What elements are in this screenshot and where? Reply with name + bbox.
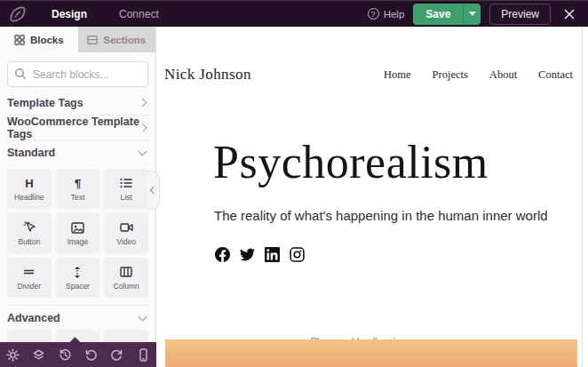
undo-icon[interactable] xyxy=(82,345,101,364)
settings-icon[interactable] xyxy=(4,345,23,364)
accordion-label: Standard xyxy=(7,147,55,159)
block-button[interactable]: Button xyxy=(7,213,52,253)
block-list[interactable]: List xyxy=(104,169,148,209)
divider-icon xyxy=(23,265,35,279)
search-container xyxy=(7,61,148,87)
mobile-preview-icon[interactable] xyxy=(133,345,153,364)
image-icon xyxy=(71,220,84,235)
chevron-left-icon xyxy=(150,187,157,194)
tab-blocks-label: Blocks xyxy=(30,35,64,45)
button-icon xyxy=(23,220,36,235)
block-spacer[interactable]: Spacer xyxy=(56,258,100,298)
column-icon xyxy=(120,265,132,279)
page-canvas: Nick Johnson Home Projects About Contact… xyxy=(156,27,583,367)
headline-icon: H xyxy=(25,176,33,190)
nav-projects[interactable]: Projects xyxy=(433,68,468,82)
text-icon: ¶ xyxy=(75,176,81,190)
layers-icon[interactable] xyxy=(29,345,49,364)
accordion-template-tags[interactable]: Template Tags xyxy=(7,91,148,116)
save-split-button: Save xyxy=(413,4,481,25)
search-input[interactable] xyxy=(7,61,148,87)
site-title[interactable]: Nick Johnson xyxy=(164,66,251,84)
history-icon[interactable] xyxy=(55,345,75,364)
site-nav: Home Projects About Contact xyxy=(384,68,573,82)
save-dropdown-button[interactable] xyxy=(463,4,481,25)
save-label: Save xyxy=(425,8,450,20)
facebook-icon[interactable] xyxy=(215,247,230,262)
list-icon xyxy=(120,176,132,190)
blocks-icon xyxy=(14,35,25,45)
accordion-advanced[interactable]: Advanced xyxy=(7,305,148,330)
top-bar: Design Connect ? Help Save Preview xyxy=(0,0,588,27)
tab-design[interactable]: Design xyxy=(36,1,103,28)
block-column[interactable]: Column xyxy=(104,258,148,298)
hero-subtitle[interactable]: The reality of what's happening in the h… xyxy=(214,208,548,223)
chevron-right-icon xyxy=(139,99,147,108)
nav-home[interactable]: Home xyxy=(384,68,411,82)
search-icon xyxy=(14,68,27,80)
sections-icon xyxy=(87,35,98,45)
tab-blocks[interactable]: Blocks xyxy=(0,27,78,52)
chevron-down-icon xyxy=(469,12,476,16)
tab-sections[interactable]: Sections xyxy=(78,27,156,52)
seedprod-builder: Design Connect ? Help Save Preview xyxy=(0,0,588,367)
standard-blocks-grid: H Headline ¶ Text List xyxy=(7,165,148,305)
redo-icon[interactable] xyxy=(107,345,127,364)
question-icon: ? xyxy=(368,8,379,20)
hero-heading[interactable]: Psychorealism xyxy=(213,137,489,187)
accordion-standard[interactable]: Standard xyxy=(7,140,148,165)
tab-connect[interactable]: Connect xyxy=(103,1,175,28)
twitter-icon[interactable] xyxy=(240,247,255,262)
builder-bottom-toolbar xyxy=(0,342,156,367)
close-button[interactable] xyxy=(560,4,579,24)
video-icon xyxy=(120,220,133,235)
preview-button[interactable]: Preview xyxy=(489,4,551,25)
save-button[interactable]: Save xyxy=(413,4,463,25)
sidebar-tabs: Blocks Sections xyxy=(0,27,155,52)
preview-label: Preview xyxy=(501,8,539,20)
seedprod-logo[interactable] xyxy=(0,1,36,28)
help-button[interactable]: ? Help xyxy=(368,8,405,20)
close-icon xyxy=(564,9,575,20)
block-divider[interactable]: Divider xyxy=(7,258,52,298)
help-label: Help xyxy=(384,9,405,20)
linkedin-icon[interactable] xyxy=(265,247,280,262)
blocks-sidebar: Blocks Sections Template Tags xyxy=(0,27,156,367)
accordion-label: Template Tags xyxy=(7,97,83,109)
accordion-label: Advanced xyxy=(7,312,60,324)
instagram-icon[interactable] xyxy=(290,247,305,262)
leaf-icon xyxy=(9,5,27,23)
tab-sections-label: Sections xyxy=(103,35,146,45)
sidebar-collapse-handle[interactable] xyxy=(147,171,160,210)
block-headline[interactable]: H Headline xyxy=(7,169,52,209)
social-links xyxy=(215,247,305,262)
spacer-icon xyxy=(72,265,83,279)
chevron-down-icon xyxy=(139,148,147,156)
nav-about[interactable]: About xyxy=(489,68,517,82)
nav-contact[interactable]: Contact xyxy=(538,68,573,82)
block-video[interactable]: Video xyxy=(104,213,148,253)
chevron-down-icon xyxy=(139,312,147,321)
site-header: Nick Johnson Home Projects About Contact xyxy=(164,66,573,84)
gallery-image[interactable] xyxy=(165,339,577,367)
block-image[interactable]: Image xyxy=(56,213,100,253)
block-text[interactable]: ¶ Text xyxy=(56,169,100,209)
accordion-woocommerce-template-tags[interactable]: WooCommerce Template Tags xyxy=(7,116,148,140)
accordion-label: WooCommerce Template Tags xyxy=(7,116,140,140)
